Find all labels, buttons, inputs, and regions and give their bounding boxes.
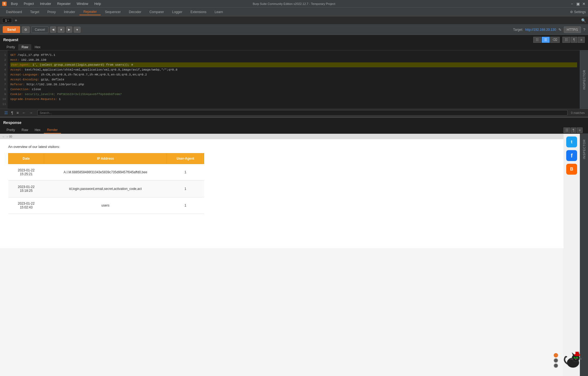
resp-view-icon2[interactable]: ¶ — [571, 128, 576, 133]
table-row-1: 2023-01-2215:25:21 A.I.M.6885858486f3104… — [8, 164, 204, 181]
resp-view-icon3[interactable]: ≡ — [577, 128, 583, 133]
table-header-row: Date IP Address User-Agent — [8, 153, 204, 164]
titlebar: S Burp Project Intruder Repeater Window … — [0, 0, 588, 8]
toolbar-left: Send ⚙ Cancel ◀ ▼ ▶ ▼ — [3, 26, 81, 33]
format-left: ☷ ¶ ≡ ← → — [3, 110, 34, 116]
tab-dashboard[interactable]: Dashboard — [2, 9, 26, 15]
resp-tab-pretty[interactable]: Pretty — [3, 127, 18, 134]
table-row-2: 2023-01-2215:18:25 id,login,password,ema… — [8, 181, 204, 197]
social-icons-sidebar: t f B — [564, 134, 580, 376]
view-format2-icon[interactable]: ¶ — [571, 37, 577, 43]
view-list-icon[interactable]: ☰ — [542, 37, 550, 43]
code-line-7: Referer: http://192.168.20.130/portal.ph… — [10, 82, 577, 87]
nav-search-back[interactable]: ← — [21, 110, 27, 116]
format-btn-2[interactable]: ¶ — [10, 110, 14, 116]
menu-project[interactable]: Project — [21, 1, 36, 6]
row3-useragent: 1 — [167, 197, 204, 214]
response-tabs: Pretty Raw Hex Render ☷ ¶ ≡ — [0, 126, 588, 134]
tab-logger[interactable]: Logger — [168, 9, 186, 15]
resp-view-icon1[interactable]: ☷ — [564, 128, 570, 133]
code-line-1: GET /sqli_17.php HTTP/1.1 — [10, 53, 577, 57]
nav-back-button[interactable]: ◀ — [50, 26, 56, 33]
tab-intruder[interactable]: Intruder — [60, 9, 79, 15]
menu-intruder[interactable]: Intruder — [37, 1, 54, 6]
format-btn-3[interactable]: ≡ — [16, 110, 20, 116]
req-tab-pretty[interactable]: Pretty — [3, 44, 18, 50]
global-search-icon[interactable]: 🔍 — [581, 18, 586, 23]
request-code-area[interactable]: GET /sqli_17.php HTTP/1.1 Host: 192.168.… — [8, 50, 580, 109]
help-button[interactable]: ? — [583, 28, 585, 32]
tab-proxy[interactable]: Proxy — [44, 9, 60, 15]
nav-forward-button[interactable]: ▶ — [66, 26, 72, 33]
target-url: http://192.168.20.130 — [525, 28, 556, 32]
search-input[interactable] — [37, 110, 568, 116]
nav-down-button[interactable]: ▼ — [58, 27, 65, 33]
tab-learn[interactable]: Learn — [211, 9, 227, 15]
subtab-add[interactable]: + — [13, 18, 19, 23]
window-controls: − ▣ ✕ — [570, 2, 586, 6]
tab-sequencer[interactable]: Sequencer — [101, 9, 125, 15]
blogger-icon[interactable]: B — [566, 164, 577, 175]
menu-window[interactable]: Window — [74, 1, 91, 6]
req-tab-hex[interactable]: Hex — [31, 44, 44, 50]
row2-useragent: 1 — [167, 181, 204, 197]
twitter-icon[interactable]: t — [566, 137, 577, 147]
response-content: ← → 00 An overview of our latest visitor… — [0, 134, 588, 376]
tab-decoder[interactable]: Decoder — [125, 9, 145, 15]
subtab-1-close[interactable]: × — [7, 19, 9, 22]
menu-repeater[interactable]: Repeater — [54, 1, 73, 6]
view-icons: ☷ ☰ ⌫ ☷ ¶ ≡ — [533, 37, 585, 43]
resp-tab-render[interactable]: Render — [44, 127, 61, 134]
request-inspector-sidebar[interactable]: INSPECTOR — [580, 50, 588, 109]
row3-date: 2023-01-2215:02:43 — [8, 197, 44, 214]
format-btn-1[interactable]: ☷ — [3, 110, 9, 116]
maximize-button[interactable]: ▣ — [576, 2, 580, 6]
subtab-1-label: 1 — [5, 19, 7, 22]
main-content: Request ☷ ☰ ⌫ ☷ ¶ ≡ Pretty Raw Hex 1 2 3… — [0, 35, 588, 376]
view-grid-icon[interactable]: ☷ — [533, 37, 541, 43]
nav-tabs-left: Dashboard Target Proxy Intruder Repeater… — [2, 9, 227, 15]
send-button[interactable]: Send — [3, 26, 20, 33]
visitors-table: Date IP Address User-Agent 2023-01-2215:… — [8, 153, 204, 214]
edit-target-button[interactable]: ✎ — [558, 28, 562, 32]
subtabs-right: 🔍 — [581, 18, 586, 23]
tab-repeater[interactable]: Repeater — [79, 9, 100, 15]
nav-search-forward[interactable]: → — [28, 110, 34, 116]
tab-extensions[interactable]: Extensions — [187, 9, 210, 15]
view-split-icon[interactable]: ⌫ — [550, 37, 560, 43]
response-inspector-sidebar[interactable]: INSPECTOR — [580, 134, 588, 376]
th-date: Date — [8, 153, 44, 164]
tab-comparer[interactable]: Comparer — [146, 9, 168, 15]
subtabs-bar: 1 × + 🔍 — [0, 16, 588, 25]
req-tab-raw[interactable]: Raw — [18, 44, 31, 50]
subtab-1[interactable]: 1 × — [2, 18, 12, 23]
th-useragent: User-Agent — [167, 153, 204, 164]
tab-target[interactable]: Target — [26, 9, 43, 15]
resp-tab-hex[interactable]: Hex — [31, 127, 44, 134]
request-body: 1 2 3 4 5 6 7 8 9 10 11 GET /sqli_17.php… — [0, 50, 588, 109]
cancel-button[interactable]: Cancel — [31, 26, 48, 33]
target-label: Target: — [513, 28, 523, 32]
rendered-view[interactable]: ← → 00 An overview of our latest visitor… — [0, 134, 564, 376]
menu-burp[interactable]: Burp — [8, 1, 20, 6]
view-format1-icon[interactable]: ☷ — [562, 37, 570, 43]
minimize-button[interactable]: − — [570, 2, 574, 6]
settings-gear-button[interactable]: ⚙ — [22, 26, 30, 33]
settings-button[interactable]: ⚙ Settings — [570, 10, 586, 14]
row1-useragent: 1 — [167, 164, 204, 181]
close-button[interactable]: ✕ — [582, 2, 586, 6]
nav-forward-down-button[interactable]: ▼ — [74, 27, 81, 33]
http-version-button[interactable]: HTTP/1 — [564, 26, 581, 33]
toolbar-right: Target: http://192.168.20.130 ✎ HTTP/1 ? — [513, 26, 585, 33]
code-line-5: Accept-Language: zh-CN,zh;q=0.8,zh-TW;q=… — [10, 72, 577, 77]
request-format-toolbar: ☷ ¶ ≡ ← → 0 matches — [0, 109, 588, 117]
view-format3-icon[interactable]: ≡ — [578, 37, 585, 43]
progress-circle-2 — [554, 358, 558, 363]
resp-tab-raw[interactable]: Raw — [18, 127, 31, 134]
facebook-icon[interactable]: f — [566, 150, 577, 161]
settings-icon: ⚙ — [570, 10, 573, 14]
visitors-tbody: 2023-01-2215:25:21 A.I.M.6885858486f3104… — [8, 164, 204, 214]
rendered-top-bar: ← → 00 — [0, 134, 564, 139]
line-numbers: 1 2 3 4 5 6 7 8 9 10 11 — [0, 50, 8, 109]
menu-help[interactable]: Help — [91, 1, 104, 6]
